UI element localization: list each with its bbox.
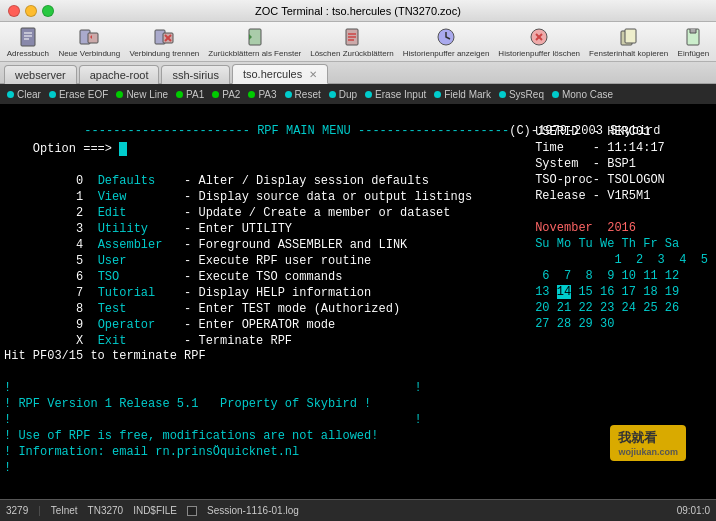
historienpuffer-loschen-icon — [528, 26, 550, 48]
neue-verbindung-label: Neue Verbindung — [58, 49, 120, 58]
action-erase-input-dot — [365, 91, 372, 98]
action-pa2-label: PA2 — [222, 89, 240, 100]
status-time: 09:01:0 — [677, 505, 710, 516]
historienpuffer-anzeigen-icon — [435, 26, 457, 48]
term-footer-1: ! ! — [4, 380, 712, 396]
action-mono-case-label: Mono Case — [562, 89, 613, 100]
titlebar: ZOC Terminal : tso.hercules (TN3270.zoc) — [0, 0, 716, 22]
historienpuffer-anzeigen-button[interactable]: Historienpuffer anzeigen — [400, 24, 492, 60]
historienpuffer-loschen-button[interactable]: Historienpuffer löschen — [496, 24, 583, 60]
svg-rect-5 — [88, 33, 98, 43]
term-footer-3: ! ! — [4, 412, 712, 428]
verbindung-trennen-icon — [153, 26, 175, 48]
status-log: Session-1116-01.log — [207, 505, 299, 516]
action-pa1[interactable]: PA1 — [173, 89, 207, 100]
tabsbar: webserver apache-root ssh-sirius tso.her… — [0, 62, 716, 84]
einfugen-label: Einfügen — [678, 49, 710, 58]
action-pa3-label: PA3 — [258, 89, 276, 100]
loschen-zuruckblattern-icon — [341, 26, 363, 48]
verbindung-trennen-label: Verbindung trennen — [129, 49, 199, 58]
action-field-mark-dot — [434, 91, 441, 98]
action-pa2-dot — [212, 91, 219, 98]
action-clear-label: Clear — [17, 89, 41, 100]
status-checkbox[interactable] — [187, 506, 197, 516]
action-dup-dot — [329, 91, 336, 98]
watermark-line2: wojiukan.com — [618, 447, 678, 457]
svg-rect-0 — [21, 28, 35, 46]
term-cal-daynames: Su Mo Tu We Th Fr Sa — [535, 236, 708, 252]
zuruckblattern-fenster-icon — [244, 26, 266, 48]
status-checkbox-icon[interactable] — [187, 506, 197, 516]
action-mono-case[interactable]: Mono Case — [549, 89, 616, 100]
loschen-zuruckblattern-label: Löschen Zurückblättern — [310, 49, 394, 58]
action-clear-dot — [7, 91, 14, 98]
einfugen-icon — [682, 26, 704, 48]
tab-webserver[interactable]: webserver — [4, 65, 77, 84]
action-pa1-label: PA1 — [186, 89, 204, 100]
adressbuch-button[interactable]: Adressbuch — [4, 24, 52, 60]
traffic-lights — [8, 5, 54, 17]
action-pa2[interactable]: PA2 — [209, 89, 243, 100]
term-cal-week5: 27 28 29 30 — [535, 316, 708, 332]
tab-ssh-sirius[interactable]: ssh-sirius — [161, 65, 229, 84]
close-button[interactable] — [8, 5, 20, 17]
tab-close-icon[interactable]: ✕ — [309, 69, 317, 80]
loschen-zuruckblattern-button[interactable]: Löschen Zurückblättern — [308, 24, 397, 60]
fensterinhalt-kopieren-button[interactable]: Fensterinhalt kopieren — [587, 24, 671, 60]
neue-verbindung-button[interactable]: Neue Verbindung — [56, 24, 123, 60]
term-cal-week4: 20 21 22 23 24 25 26 — [535, 300, 708, 316]
einfugen-button[interactable]: Einfügen — [675, 24, 712, 60]
term-title-line: ----------------------- RPF MAIN MENU --… — [4, 106, 712, 122]
action-field-mark-label: Field Mark — [444, 89, 491, 100]
svg-rect-20 — [625, 29, 636, 43]
action-erase-input-label: Erase Input — [375, 89, 426, 100]
term-footer-2: ! RPF Version 1 Release 5.1 Property of … — [4, 396, 712, 412]
term-blank-3 — [4, 364, 712, 380]
action-sysreq[interactable]: SysReq — [496, 89, 547, 100]
action-field-mark[interactable]: Field Mark — [431, 89, 494, 100]
tab-tso-hercules[interactable]: tso.hercules ✕ — [232, 64, 328, 84]
terminal-area[interactable]: ----------------------- RPF MAIN MENU --… — [0, 104, 716, 499]
status-sep-1: | — [38, 505, 41, 516]
actionbar: Clear Erase EOF New Line PA1 PA2 PA3 Res… — [0, 84, 716, 104]
action-erase-eof-dot — [49, 91, 56, 98]
term-release: Release - V1R5M1 — [535, 188, 708, 204]
action-sysreq-label: SysReq — [509, 89, 544, 100]
status-mode: TN3270 — [88, 505, 124, 516]
minimize-button[interactable] — [25, 5, 37, 17]
term-cal-week1: 1 2 3 4 5 — [535, 252, 708, 268]
term-footer-5: ! Information: email rn.prinsÖquicknet.n… — [4, 444, 712, 460]
statusbar: 3279 | Telnet TN3270 IND$FILE Session-11… — [0, 499, 716, 521]
action-dup[interactable]: Dup — [326, 89, 360, 100]
term-userid: USERID - HERC01 — [535, 124, 708, 140]
action-mono-case-dot — [552, 91, 559, 98]
verbindung-trennen-button[interactable]: Verbindung trennen — [127, 24, 202, 60]
action-reset[interactable]: Reset — [282, 89, 324, 100]
maximize-button[interactable] — [42, 5, 54, 17]
action-pa3-dot — [248, 91, 255, 98]
term-time: Time - 11:14:17 — [535, 140, 708, 156]
action-reset-dot — [285, 91, 292, 98]
tab-apache-root[interactable]: apache-root — [79, 65, 160, 84]
fensterinhalt-kopieren-label: Fensterinhalt kopieren — [589, 49, 668, 58]
fensterinhalt-kopieren-icon — [618, 26, 640, 48]
status-session-num: 3279 — [6, 505, 28, 516]
historienpuffer-anzeigen-label: Historienpuffer anzeigen — [403, 49, 490, 58]
term-hint: Hit PF03/15 to terminate RPF — [4, 348, 712, 364]
action-pa3[interactable]: PA3 — [245, 89, 279, 100]
action-new-line[interactable]: New Line — [113, 89, 171, 100]
action-clear[interactable]: Clear — [4, 89, 44, 100]
term-footer-6: ! — [4, 460, 712, 476]
watermark: 我就看 wojiukan.com — [610, 425, 686, 461]
action-new-line-label: New Line — [126, 89, 168, 100]
term-cal-blank — [535, 204, 708, 220]
term-cal-week2: 6 7 8 9 10 11 12 — [535, 268, 708, 284]
term-footer-4: ! Use of RPF is free, modifications are … — [4, 428, 712, 444]
zuruckblattern-fenster-button[interactable]: Zurückblättern als Fenster — [206, 24, 304, 60]
status-protocol: Telnet — [51, 505, 78, 516]
term-sysinfo: USERID - HERC01 Time - 11:14:17 System -… — [535, 124, 708, 332]
action-dup-label: Dup — [339, 89, 357, 100]
adressbuch-icon — [17, 26, 39, 48]
action-erase-eof[interactable]: Erase EOF — [46, 89, 111, 100]
action-erase-input[interactable]: Erase Input — [362, 89, 429, 100]
